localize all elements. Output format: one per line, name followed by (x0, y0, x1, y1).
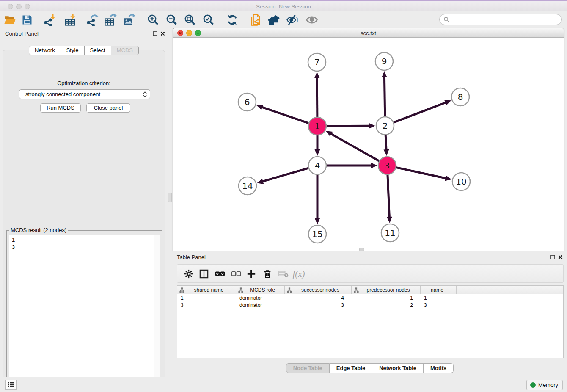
zoom-selected-icon[interactable] (202, 13, 215, 27)
network-graph[interactable]: 1234678910111415 (173, 38, 564, 251)
tab-motifs[interactable]: Motifs (424, 363, 454, 373)
tab-select[interactable]: Select (85, 46, 111, 55)
add-column-icon[interactable] (245, 268, 258, 280)
cell-shared-name[interactable]: 1 (177, 295, 236, 302)
zoom-in-icon[interactable] (146, 13, 160, 27)
control-panel-header: Control Panel (0, 28, 168, 39)
select-all-checkboxes-icon[interactable] (214, 268, 226, 280)
table-panel: Table Panel (173, 251, 567, 377)
clone-network-icon[interactable] (249, 13, 263, 27)
tab-network-table[interactable]: Network Table (372, 363, 424, 373)
edge-1-6[interactable] (261, 107, 308, 123)
home-icon[interactable] (267, 13, 281, 27)
cell-mcds-role[interactable]: dominator (236, 295, 285, 302)
cell-successor-nodes[interactable]: 4 (285, 295, 352, 302)
status-bar: Memory (0, 377, 567, 392)
zoom-fit-icon[interactable] (183, 13, 197, 27)
edge-2-9[interactable] (384, 76, 385, 116)
close-panel-button[interactable]: Close panel (86, 103, 130, 113)
cell-successor-nodes[interactable]: 3 (285, 302, 352, 309)
column-label: MCDS role (243, 287, 284, 293)
toolbar-separator (143, 14, 143, 25)
window-title: Session: New Session (0, 3, 567, 10)
cell-shared-name[interactable]: 3 (177, 302, 236, 309)
network-view-window: × − + scc.txt 1234678910111415 (173, 28, 564, 251)
result-line: 1 (12, 236, 160, 243)
criterion-dropdown-value: strongly connected component (25, 91, 100, 97)
table-panel-title: Table Panel (177, 254, 206, 260)
zoom-out-icon[interactable] (165, 13, 179, 27)
float-table-panel-icon[interactable] (549, 254, 556, 260)
cell-predecessor-nodes[interactable]: 2 (352, 302, 421, 309)
table-row[interactable]: 1dominator411 (177, 295, 563, 302)
function-builder-icon[interactable]: f(x) (292, 268, 305, 280)
task-history-button[interactable] (5, 380, 17, 390)
node-label-1: 1 (315, 121, 320, 131)
edge-4-14[interactable] (262, 168, 308, 182)
cell-predecessor-nodes[interactable]: 1 (352, 295, 421, 302)
horizontal-splitter-handle[interactable] (359, 248, 364, 251)
settings-icon[interactable] (182, 268, 195, 280)
column-header-successor-nodes[interactable]: successor nodes (285, 286, 352, 294)
import-network-icon[interactable] (43, 13, 56, 27)
search-input[interactable] (450, 15, 561, 24)
column-header-shared-name[interactable]: shared name (177, 286, 236, 294)
edge-1-2[interactable] (327, 126, 370, 126)
node-label-10: 10 (456, 177, 466, 187)
close-table-panel-icon[interactable] (557, 254, 564, 260)
column-header-mcds-role[interactable]: MCDS role (236, 286, 285, 294)
hide-graphics-details-icon[interactable] (286, 13, 299, 27)
edge-3-1[interactable] (330, 133, 379, 161)
network-canvas[interactable]: 1234678910111415 (173, 38, 564, 251)
tab-style[interactable]: Style (61, 46, 85, 55)
refresh-icon[interactable] (226, 13, 239, 27)
column-header-name[interactable]: name (421, 286, 457, 294)
column-label: name (421, 287, 456, 293)
tab-mcds[interactable]: MCDS (111, 46, 139, 55)
open-session-icon[interactable] (3, 13, 17, 27)
mcds-result-text[interactable]: 13 (9, 235, 160, 389)
delete-table-icon[interactable] (277, 268, 290, 280)
network-window-titlebar[interactable]: × − + scc.txt (173, 28, 564, 38)
edge-3-11[interactable] (388, 175, 389, 218)
close-panel-icon[interactable] (159, 30, 166, 37)
import-table-icon[interactable] (63, 13, 77, 27)
float-panel-icon[interactable] (151, 30, 158, 37)
memory-button[interactable]: Memory (526, 380, 563, 390)
cell-name[interactable]: 3 (421, 302, 457, 309)
edge-3-10[interactable] (396, 168, 446, 179)
arrowhead-1-2 (369, 123, 375, 129)
node-label-4: 4 (315, 160, 320, 171)
column-header-predecessor-nodes[interactable]: predecessor nodes (352, 286, 421, 294)
optimization-criterion-label: Optimization criterion: (3, 80, 165, 86)
node-label-7: 7 (314, 57, 320, 67)
tab-network[interactable]: Network (29, 46, 61, 55)
tab-edge-table[interactable]: Edge Table (330, 363, 372, 373)
scrollbar-track[interactable] (154, 235, 160, 388)
export-table-icon[interactable] (104, 13, 117, 27)
save-session-icon[interactable] (20, 13, 34, 27)
edge-2-3[interactable] (385, 135, 386, 151)
edge-1-7[interactable] (317, 77, 317, 117)
node-label-6: 6 (245, 97, 250, 107)
node-label-8: 8 (458, 92, 463, 102)
cell-mcds-role[interactable]: dominator (236, 302, 285, 309)
export-network-icon[interactable] (85, 13, 99, 27)
tab-node-table[interactable]: Node Table (286, 363, 330, 373)
table-row[interactable]: 3dominator323 (177, 302, 563, 309)
export-image-icon[interactable] (122, 13, 136, 27)
show-graphics-details-icon[interactable] (305, 13, 319, 27)
chevron-up-down-icon (143, 91, 147, 99)
toolbar-separator (39, 14, 39, 25)
split-view-icon[interactable] (198, 268, 210, 280)
criterion-dropdown[interactable]: strongly connected component (19, 89, 150, 99)
edge-2-8[interactable] (394, 102, 447, 122)
deselect-all-checkboxes-icon[interactable] (230, 268, 242, 280)
delete-column-icon[interactable] (261, 268, 274, 280)
cell-name[interactable]: 1 (421, 295, 457, 302)
run-mcds-button[interactable]: Run MCDS (40, 103, 81, 113)
search-box[interactable] (439, 14, 562, 25)
control-panel: Control Panel NetworkStyleSelectMCDS Opt… (0, 28, 168, 377)
vertical-splitter-handle[interactable] (168, 193, 172, 202)
node-table[interactable]: shared nameMCDS rolesuccessor nodesprede… (177, 285, 564, 358)
